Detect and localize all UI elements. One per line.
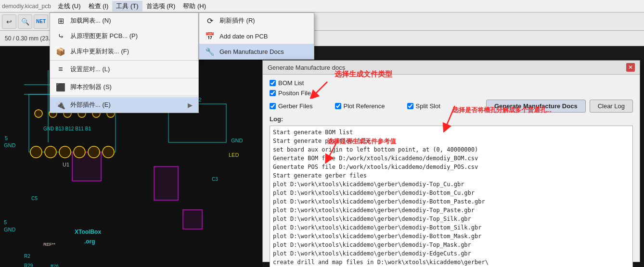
svg-text:C5: C5 xyxy=(31,196,38,201)
refresh-icon: ⟳ xyxy=(205,16,215,25)
log-line: plot D:\work\xtools\kicaddemo\gerber\dem… xyxy=(273,232,630,241)
updatepcb-label: 从原理图更新 PCB... (P) xyxy=(70,32,138,40)
svg-text:R2: R2 xyxy=(24,254,30,259)
plugins-icon: 🔌 xyxy=(56,100,65,110)
adddate-label: Add date on PCB xyxy=(219,33,268,40)
svg-point-37 xyxy=(103,146,114,158)
sep-menu-1 xyxy=(50,60,198,61)
svg-point-35 xyxy=(74,146,85,158)
split-slot-checkbox[interactable]: Split Slot xyxy=(407,102,440,110)
log-line: Start generate gerber files xyxy=(273,171,630,180)
plugins-arrow: ▶ xyxy=(188,102,193,109)
plugins-label: 外部插件... (E) xyxy=(70,101,111,109)
menu-item-setlayers[interactable]: ≡ 设置层对... (L) xyxy=(50,62,198,77)
log-line: set board aux origin to left bottom poin… xyxy=(273,145,630,154)
svg-text:.org: .org xyxy=(84,238,95,245)
script-icon: ⬛ xyxy=(56,82,65,92)
svg-point-12 xyxy=(35,110,42,117)
menu-item-loadnet[interactable]: ⊞ 加载网表... (N) xyxy=(50,13,198,28)
menu-help[interactable]: 帮助 (H) xyxy=(179,1,210,12)
svg-text:U1: U1 xyxy=(63,162,69,167)
split-slot-input[interactable] xyxy=(407,103,413,109)
sep-menu-3 xyxy=(50,96,198,96)
bom-list-label: BOM List xyxy=(278,79,304,87)
svg-text:LED: LED xyxy=(229,152,239,158)
manufacture-icon: 🔧 xyxy=(205,47,215,56)
log-line: Genertate POS file D:/work/xtools/kicadd… xyxy=(273,163,630,171)
setlayers-label: 设置层对... (L) xyxy=(70,65,110,74)
position-file-checkbox[interactable]: Positon File xyxy=(270,89,311,97)
svg-text:R26: R26 xyxy=(51,264,59,267)
gerber-files-label: Gerber Files xyxy=(278,102,313,110)
log-line: plot D:\work\xtools\kicaddemo\gerber\dem… xyxy=(273,189,630,197)
svg-text:R29: R29 xyxy=(24,263,33,267)
svg-rect-29 xyxy=(154,166,178,200)
log-area[interactable]: Start generate BOM listStart generate po… xyxy=(270,126,633,267)
svg-text:5: 5 xyxy=(5,135,8,141)
svg-text:GND B13 B12 B11 B1: GND B13 B12 B11 B1 xyxy=(43,126,91,131)
log-line: plot D:\work\xtools\kicaddemo\gerber\dem… xyxy=(273,241,630,249)
svg-point-36 xyxy=(88,146,100,158)
log-line: plot D:\work\xtools\kicaddemo\gerber\dem… xyxy=(273,180,630,189)
checkboxes-row1: BOM List xyxy=(270,79,633,87)
menu-item-updatepcb[interactable]: ⤷ 从原理图更新 PCB... (P) xyxy=(50,28,198,44)
menu-tools[interactable]: 工具 (T) xyxy=(112,1,142,12)
plot-reference-input[interactable] xyxy=(335,103,341,109)
loadnet-label: 加载网表... (N) xyxy=(70,16,111,25)
menu-trace[interactable]: 走线 (U) xyxy=(54,1,85,12)
submenu-genmanufacture[interactable]: 🔧 Gen Manufacture Docs xyxy=(199,44,314,59)
menubar: demodiy.kicad_pcb 走线 (U) 检查 (I) 工具 (T) 首… xyxy=(0,0,644,13)
plot-reference-checkbox[interactable]: Plot Reference xyxy=(335,102,385,110)
svg-text:REF**: REF** xyxy=(43,242,56,247)
submenu-refresh[interactable]: ⟳ 刷新插件 (R) xyxy=(199,13,314,28)
dialog-close-button[interactable]: ✕ xyxy=(626,63,635,72)
loadnet-icon: ⊞ xyxy=(56,16,65,25)
dialog-body: BOM List Positon File Gerber Files Plot … xyxy=(263,75,640,267)
log-line: plot D:\work\xtools\kicaddemo\gerber\dem… xyxy=(273,223,630,232)
split-slot-label: Split Slot xyxy=(416,102,440,110)
submenu-adddate[interactable]: 📅 Add date on PCB xyxy=(199,28,314,44)
checkboxes-row2: Positon File xyxy=(270,89,633,97)
position-file-label: Positon File xyxy=(278,89,311,97)
menu-item-plugins[interactable]: 🔌 外部插件... (E) ▶ xyxy=(50,97,198,113)
log-line: create drill and map files in D:\work\xt… xyxy=(273,258,630,267)
toolbar-btn-net[interactable]: NET xyxy=(34,14,48,29)
bom-list-checkbox[interactable]: BOM List xyxy=(270,79,304,87)
log-line: plot D:\work\xtools\kicaddemo\gerber\dem… xyxy=(273,206,630,215)
toolbar-btn-1[interactable]: ↩ xyxy=(2,14,16,29)
script-label: 脚本控制器 (S) xyxy=(70,83,112,91)
toolbar-btn-2[interactable]: 🔍 xyxy=(18,14,32,29)
bom-list-input[interactable] xyxy=(270,80,276,86)
gerber-files-input[interactable] xyxy=(270,103,276,109)
clear-log-button[interactable]: Clear Log xyxy=(590,100,633,113)
menu-item-script[interactable]: ⬛ 脚本控制器 (S) xyxy=(50,79,198,95)
svg-point-32 xyxy=(30,146,42,158)
plot-reference-label: Plot Reference xyxy=(344,102,385,110)
svg-text:5: 5 xyxy=(4,219,7,225)
plugins-submenu: ⟳ 刷新插件 (R) 📅 Add date on PCB 🔧 Gen Manuf… xyxy=(199,13,314,60)
svg-rect-30 xyxy=(183,210,202,229)
svg-text:GND: GND xyxy=(231,138,243,143)
gerber-files-checkbox[interactable]: Gerber Files xyxy=(270,102,313,110)
log-line: Start generate BOM list xyxy=(273,128,630,137)
log-line: Start generate position file xyxy=(273,137,630,145)
dialog-titlebar: Generate Manufacture docs ✕ xyxy=(263,61,640,75)
menu-preferences[interactable]: 首选项 (R) xyxy=(142,1,180,12)
svg-point-33 xyxy=(45,146,56,158)
updatelibrary-label: 从库中更新封装... (F) xyxy=(70,47,129,56)
tools-dropdown: ⊞ 加载网表... (N) ⤷ 从原理图更新 PCB... (P) 📦 从库中更… xyxy=(50,13,199,113)
position-file-input[interactable] xyxy=(270,90,276,96)
status-display: 50 / 0.30 mm (23.) xyxy=(2,35,55,42)
refresh-label: 刷新插件 (R) xyxy=(219,16,255,25)
menu-item-updatelibrary[interactable]: 📦 从库中更新封装... (F) xyxy=(50,44,198,59)
calendar-icon: 📅 xyxy=(205,31,215,41)
window-path: demodiy.kicad_pcb xyxy=(2,3,51,10)
svg-text:GND: GND xyxy=(4,142,16,148)
updatelibrary-icon: 📦 xyxy=(56,47,65,56)
menu-inspect[interactable]: 检查 (I) xyxy=(85,1,113,12)
updatepcb-icon: ⤷ xyxy=(56,31,65,41)
svg-text:GND: GND xyxy=(4,227,16,232)
setlayers-icon: ≡ xyxy=(56,64,65,74)
log-line: Genertate BOM file D:/work/xtools/kicadd… xyxy=(273,154,630,163)
annotation-splitslot: 选择是否将槽孔分解成多个普通孔... xyxy=(452,106,552,114)
